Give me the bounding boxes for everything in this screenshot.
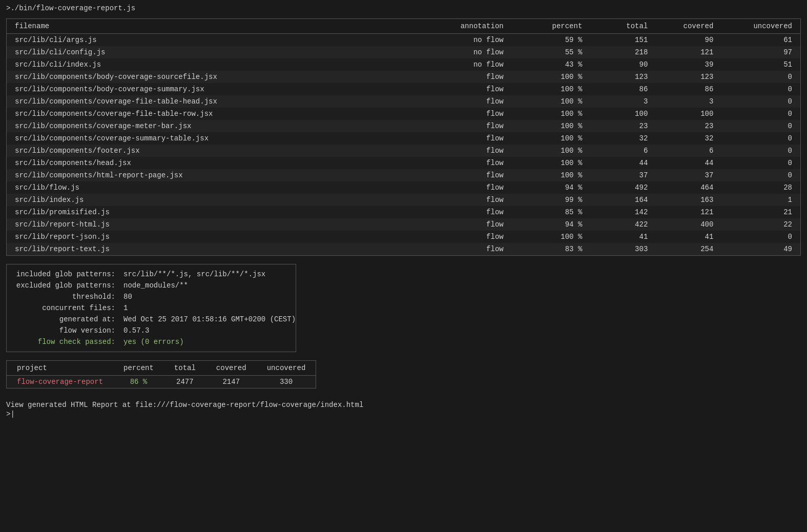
cell-annotation: flow (407, 206, 512, 218)
cell-filename: src/lib/report-text.js (7, 243, 407, 255)
cell-percent: 100 % (512, 231, 591, 243)
main-table: filename annotation percent total covere… (7, 19, 800, 255)
cell-annotation: flow (407, 243, 512, 255)
header-filename: filename (7, 19, 407, 34)
table-row: src/lib/components/coverage-meter-bar.js… (7, 120, 800, 132)
cell-uncovered: 51 (721, 58, 800, 71)
cell-filename: src/lib/components/coverage-file-table-r… (7, 108, 407, 120)
table-row: src/lib/cli/index.jsno flow43 %903951 (7, 58, 800, 71)
cell-percent: 100 % (512, 83, 591, 95)
summary-header-uncovered: uncovered (257, 361, 316, 376)
table-row: src/lib/report-text.jsflow83 %30325449 (7, 243, 800, 255)
cell-covered: 44 (656, 157, 721, 169)
cell-uncovered: 21 (721, 206, 800, 218)
cell-annotation: no flow (407, 34, 512, 47)
info-value-concurrent: 1 (119, 304, 128, 312)
cell-covered: 41 (656, 231, 721, 243)
cell-uncovered: 97 (721, 46, 800, 58)
summary-header-percent: percent (113, 361, 164, 376)
table-row: src/lib/components/head.jsxflow100 %4444… (7, 157, 800, 169)
cell-filename: src/lib/promisified.js (7, 206, 407, 218)
info-label-included: included glob patterns: (7, 270, 119, 278)
table-row: src/lib/index.jsflow99 %1641631 (7, 194, 800, 206)
cell-percent: 100 % (512, 71, 591, 83)
cell-uncovered: 1 (721, 194, 800, 206)
table-row: src/lib/cli/config.jsno flow55 %21812197 (7, 46, 800, 58)
cell-total: 164 (590, 194, 656, 206)
cell-total: 44 (590, 157, 656, 169)
cell-covered: 32 (656, 132, 721, 145)
cell-filename: src/lib/components/footer.jsx (7, 145, 407, 157)
cell-annotation: flow (407, 169, 512, 181)
info-row-generated: generated at: Wed Oct 25 2017 01:58:16 G… (7, 314, 296, 325)
info-row-threshold: threshold: 80 (7, 291, 296, 302)
summary-table-wrapper: project percent total covered uncovered … (6, 360, 316, 388)
cell-filename: src/lib/cli/index.js (7, 58, 407, 71)
summary-header-row: project percent total covered uncovered (7, 361, 316, 376)
header-annotation: annotation (407, 19, 512, 34)
table-row: src/lib/components/body-coverage-summary… (7, 83, 800, 95)
cell-filename: src/lib/components/head.jsx (7, 157, 407, 169)
cell-total: 3 (590, 95, 656, 108)
info-value-generated: Wed Oct 25 2017 01:58:16 GMT+0200 (CEST) (119, 315, 296, 323)
cell-percent: 100 % (512, 132, 591, 145)
cell-percent: 43 % (512, 58, 591, 71)
cell-covered: 163 (656, 194, 721, 206)
table-row: src/lib/components/footer.jsxflow100 %66… (7, 145, 800, 157)
table-row: src/lib/components/coverage-file-table-h… (7, 95, 800, 108)
cell-filename: src/lib/components/coverage-summary-tabl… (7, 132, 407, 145)
table-row: src/lib/cli/args.jsno flow59 %1519061 (7, 34, 800, 47)
cell-covered: 37 (656, 169, 721, 181)
cell-total: 37 (590, 169, 656, 181)
summary-header-project: project (7, 361, 113, 376)
cell-annotation: flow (407, 108, 512, 120)
cell-covered: 86 (656, 83, 721, 95)
cell-percent: 100 % (512, 120, 591, 132)
table-row: src/lib/components/body-coverage-sourcef… (7, 71, 800, 83)
cell-covered: 6 (656, 145, 721, 157)
cell-uncovered: 0 (721, 95, 800, 108)
cell-uncovered: 0 (721, 132, 800, 145)
summary-covered-value: 2147 (206, 376, 257, 388)
cell-uncovered: 0 (721, 71, 800, 83)
cell-filename: src/lib/cli/config.js (7, 46, 407, 58)
header-total: total (590, 19, 656, 34)
info-row-concurrent: concurrent files: 1 (7, 302, 296, 314)
cell-annotation: flow (407, 231, 512, 243)
cell-total: 151 (590, 34, 656, 47)
cell-uncovered: 0 (721, 145, 800, 157)
cell-annotation: flow (407, 181, 512, 194)
info-label-generated: generated at: (7, 315, 119, 323)
main-table-body: src/lib/cli/args.jsno flow59 %1519061src… (7, 34, 800, 256)
cell-percent: 94 % (512, 181, 591, 194)
summary-header-total: total (164, 361, 206, 376)
cell-covered: 400 (656, 218, 721, 231)
summary-table: project percent total covered uncovered … (7, 361, 316, 388)
cell-percent: 100 % (512, 108, 591, 120)
table-row: src/lib/components/html-report-page.jsxf… (7, 169, 800, 181)
cell-annotation: flow (407, 95, 512, 108)
cell-total: 123 (590, 71, 656, 83)
table-row: src/lib/report-json.jsflow100 %41410 (7, 231, 800, 243)
header-uncovered: uncovered (721, 19, 800, 34)
cell-total: 492 (590, 181, 656, 194)
cell-percent: 100 % (512, 169, 591, 181)
header-covered: covered (656, 19, 721, 34)
cell-covered: 121 (656, 206, 721, 218)
info-label-threshold: threshold: (7, 293, 119, 301)
info-label-flow-check: flow check passed: (7, 338, 119, 346)
prompt-line: >| (6, 410, 801, 418)
cell-filename: src/lib/report-html.js (7, 218, 407, 231)
cell-total: 218 (590, 46, 656, 58)
info-label-flow-version: flow version: (7, 326, 119, 335)
info-row-flow-version: flow version: 0.57.3 (7, 325, 296, 336)
cell-covered: 100 (656, 108, 721, 120)
cell-filename: src/lib/index.js (7, 194, 407, 206)
cell-percent: 83 % (512, 243, 591, 255)
cell-annotation: no flow (407, 46, 512, 58)
cell-annotation: flow (407, 145, 512, 157)
cell-covered: 90 (656, 34, 721, 47)
cell-filename: src/lib/components/body-coverage-sourcef… (7, 71, 407, 83)
cell-uncovered: 0 (721, 83, 800, 95)
info-label-concurrent: concurrent files: (7, 304, 119, 312)
